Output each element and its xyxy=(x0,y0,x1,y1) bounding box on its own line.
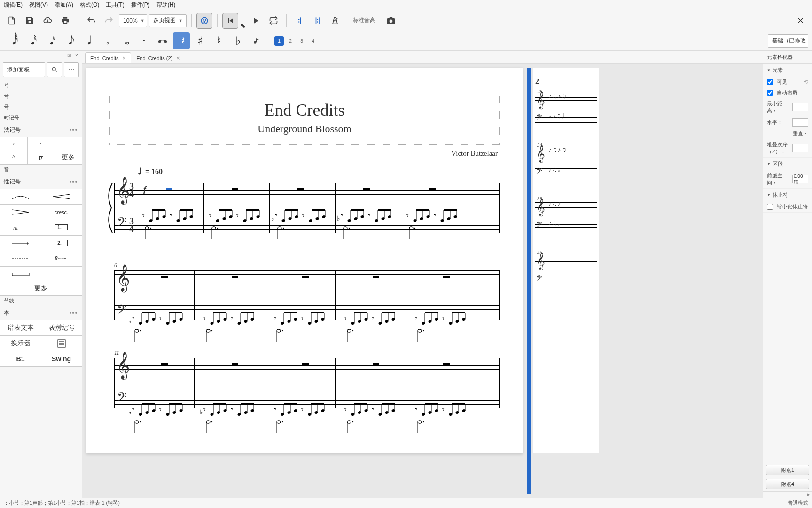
palette-keysig[interactable]: 号 xyxy=(0,91,82,102)
more-palette-button[interactable]: ⋯ xyxy=(64,62,79,77)
zoom-combo[interactable]: 100%▼ xyxy=(119,14,147,27)
menu-add[interactable]: 添加(A) xyxy=(55,1,73,9)
score-subtitle[interactable]: Underground Blossom xyxy=(119,123,490,135)
staff-system-3[interactable]: 11 𝄞 𝄢 xyxy=(114,358,500,408)
cresc-text-cell[interactable]: cresc. xyxy=(41,204,82,220)
flat-button[interactable]: ♭ xyxy=(229,32,246,49)
flip-button[interactable] xyxy=(248,32,265,49)
note-half-button[interactable]: 𝅗𝅥 xyxy=(98,32,115,49)
auto-layout-checkbox[interactable] xyxy=(767,90,773,96)
small-rest-checkbox[interactable] xyxy=(767,204,773,210)
play-button[interactable] xyxy=(248,13,264,29)
staccato-cell[interactable]: · xyxy=(27,137,55,151)
add-palette-combo[interactable]: 添加面板 xyxy=(3,62,45,77)
note-64th-button[interactable]: 𝅘𝅥𝅱 xyxy=(4,32,21,49)
palette-clefs[interactable]: 号 xyxy=(0,80,82,91)
more-icon[interactable]: ••• xyxy=(69,127,78,134)
menu-plugins[interactable]: 插件(P) xyxy=(131,1,150,9)
title-frame[interactable]: End Credits Underground Blossom xyxy=(109,96,500,145)
palette-timesig[interactable]: 号 xyxy=(0,102,82,112)
score-title[interactable]: End Credits xyxy=(119,100,490,120)
sharp-button[interactable]: ♯ xyxy=(192,32,209,49)
print-button[interactable] xyxy=(57,13,73,29)
blank-cell[interactable] xyxy=(41,266,82,282)
menu-format[interactable]: 格式(O) xyxy=(80,1,99,9)
menu-tools[interactable]: 工具(T) xyxy=(106,1,124,9)
tab-end-credits[interactable]: End_Credits× xyxy=(85,52,131,64)
accent-cell[interactable]: › xyxy=(0,137,28,151)
zorder-field[interactable] xyxy=(792,144,808,152)
more-artic-cell[interactable]: 更多 xyxy=(55,151,82,165)
natural-button[interactable]: ♮ xyxy=(211,32,227,49)
volta1-cell[interactable]: 1. xyxy=(41,220,82,236)
cresc-hairpin-cell[interactable] xyxy=(41,189,82,205)
voice-2-button[interactable]: 2 xyxy=(286,36,295,46)
whole-rest[interactable] xyxy=(429,188,436,190)
marcato-cell[interactable]: ^ xyxy=(0,151,28,165)
palette-dynamics[interactable]: 音 xyxy=(0,164,82,175)
hoffset-field[interactable] xyxy=(792,118,808,127)
palette-toggle-button[interactable] xyxy=(196,13,212,29)
note-dot-button[interactable]: • xyxy=(135,32,152,49)
voice-4-button[interactable]: 4 xyxy=(308,36,318,46)
dock-icon[interactable]: ⊡ xyxy=(66,52,72,58)
note-16th-button[interactable]: 𝅘𝅥𝅯 xyxy=(41,32,58,49)
ped-cell[interactable] xyxy=(0,266,41,282)
note-8th-button[interactable]: 𝅘𝅥𝅮 xyxy=(60,32,77,49)
concert-pitch-label[interactable]: 标准音高 xyxy=(353,16,375,24)
palette-tempo[interactable]: 时记号 xyxy=(0,112,82,123)
undo-button[interactable] xyxy=(83,13,99,29)
cloud-button[interactable] xyxy=(39,13,55,29)
menu-view[interactable]: 视图(V) xyxy=(29,1,48,9)
dynamic-forte[interactable]: f xyxy=(143,185,146,195)
prefix-field[interactable]: 0.00谱 xyxy=(792,175,808,183)
rewind-button[interactable] xyxy=(222,13,238,29)
staff-system-2[interactable]: 6 𝄞 𝄢 xyxy=(114,270,500,320)
palette-text[interactable]: 本 xyxy=(4,309,9,317)
visible-checkbox[interactable] xyxy=(767,79,773,85)
reset-icon[interactable]: ⟲ xyxy=(804,79,808,85)
palette-lines[interactable]: 性记号 xyxy=(4,178,21,186)
palette-barlines[interactable]: 节线 xyxy=(0,295,82,306)
dim-hairpin-cell[interactable] xyxy=(0,204,41,220)
repeat-end-button[interactable] xyxy=(309,13,325,29)
tenuto-cell[interactable]: – xyxy=(55,137,82,151)
score-canvas[interactable]: End Credits Underground Blossom Victor B… xyxy=(82,64,763,498)
loop-button[interactable] xyxy=(265,13,281,29)
close-panel-button[interactable]: ✕ xyxy=(792,13,808,29)
metronome-button[interactable] xyxy=(327,13,343,29)
b1-cell[interactable]: B1 xyxy=(0,351,41,367)
close-icon[interactable]: × xyxy=(73,52,80,58)
repeat-start-button[interactable] xyxy=(291,13,307,29)
workspace-combo[interactable]: 基础（已修改 xyxy=(768,34,808,48)
trill-cell[interactable]: tr xyxy=(27,151,55,165)
note-whole-button[interactable]: 𝅝 xyxy=(117,32,133,49)
whole-rest[interactable] xyxy=(232,188,238,190)
dim-text-cell[interactable]: m. _ _ xyxy=(0,220,41,236)
whole-rest[interactable] xyxy=(363,188,370,190)
line-cell[interactable] xyxy=(0,235,41,251)
status-mode[interactable]: 普通模式 xyxy=(788,500,808,507)
swing-cell[interactable]: Swing xyxy=(41,351,82,367)
rehearsal-cell[interactable] xyxy=(41,335,82,351)
scroll-right-icon[interactable]: ▸ xyxy=(805,492,812,498)
whole-rest[interactable] xyxy=(297,188,304,190)
tie-button[interactable] xyxy=(154,32,171,49)
note-quarter-button[interactable]: 𝅘𝅥 xyxy=(79,32,96,49)
selected-rest[interactable] xyxy=(166,188,172,190)
expression-cell[interactable]: 表情记号 xyxy=(41,320,82,336)
menu-edit[interactable]: 编辑(E) xyxy=(4,1,23,9)
close-icon[interactable]: × xyxy=(123,55,126,62)
attach1-button[interactable]: 附点1 xyxy=(766,465,809,475)
rest-button[interactable]: 𝄽 xyxy=(173,32,190,49)
more-lines-cell[interactable]: 更多 xyxy=(0,282,82,296)
note-32nd-button[interactable]: 𝅘𝅥𝅰 xyxy=(23,32,39,49)
redo-button[interactable] xyxy=(101,13,117,29)
screenshot-button[interactable] xyxy=(383,13,399,29)
new-file-button[interactable] xyxy=(4,13,20,29)
view-mode-combo[interactable]: 多页视图▼ xyxy=(149,14,187,27)
ottava-cell[interactable]: 8┄┄┐ xyxy=(41,251,82,267)
menu-help[interactable]: 帮助(H) xyxy=(156,1,176,9)
instr-change-cell[interactable]: 换乐器 xyxy=(0,335,41,351)
mindist-field[interactable] xyxy=(792,103,808,111)
